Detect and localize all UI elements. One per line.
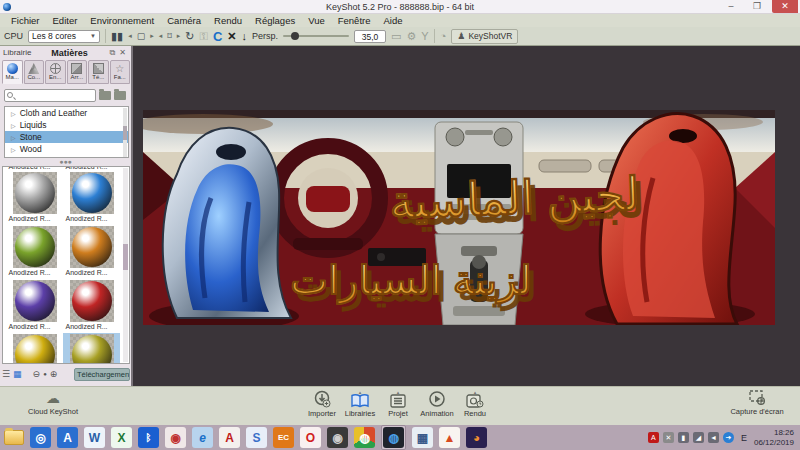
close-button[interactable]: ✕ bbox=[772, 0, 798, 13]
fov-input[interactable]: 35,0 bbox=[354, 30, 386, 43]
menu-vue[interactable]: Vue bbox=[302, 14, 331, 27]
tab-materials[interactable]: Ma... bbox=[2, 60, 23, 84]
perspective-slider-knob[interactable] bbox=[291, 32, 299, 40]
search-input[interactable] bbox=[4, 89, 96, 102]
region-render-icon[interactable]: ▭ bbox=[391, 28, 401, 45]
list-view-icon[interactable]: ☰ bbox=[2, 368, 10, 380]
tree-item-cloth-and-leather[interactable]: ▷ Cloth and Leather bbox=[5, 107, 128, 119]
zoom-in-icon[interactable]: ⊕ bbox=[50, 368, 58, 380]
fullscreen-icon[interactable]: ✕ bbox=[227, 28, 236, 45]
panel-splitter-handle[interactable]: ●●● bbox=[0, 159, 131, 165]
expander-icon[interactable]: ▷ bbox=[11, 122, 16, 129]
word-icon[interactable]: W bbox=[84, 427, 105, 448]
rendered-image[interactable]: لجين الماسية لجين الماسية لزينة السيارات… bbox=[143, 110, 775, 325]
tab-colors[interactable]: Co... bbox=[24, 60, 45, 84]
photo-editor-icon[interactable]: S bbox=[246, 427, 267, 448]
prev-model-icon[interactable]: ◂ bbox=[128, 32, 132, 40]
material-anodized-yellow[interactable]: Anodized R... bbox=[6, 333, 63, 364]
language-indicator[interactable]: E bbox=[738, 433, 750, 443]
tree-scrollbar[interactable] bbox=[123, 108, 127, 158]
chrome-icon[interactable]: ◍ bbox=[354, 427, 375, 448]
material-anodized-silver[interactable]: Anodized R... bbox=[6, 171, 63, 225]
material-anodized-blue[interactable]: Anodized R... bbox=[63, 171, 120, 225]
blue-a-app-icon[interactable]: A bbox=[57, 427, 78, 448]
menu-camera[interactable]: Caméra bbox=[161, 14, 207, 27]
pause-render-icon[interactable]: ▮▮ bbox=[111, 28, 123, 45]
menu-environnement[interactable]: Environnement bbox=[84, 14, 160, 27]
tab-backplates[interactable]: Arr... bbox=[67, 60, 88, 84]
opera-icon[interactable]: O bbox=[300, 427, 321, 448]
menu-fichier[interactable]: Fichier bbox=[5, 14, 46, 27]
capture-tool-icon[interactable]: ◉ bbox=[165, 427, 186, 448]
next-model-icon[interactable]: ▸ bbox=[150, 32, 154, 40]
acrobat-tray-icon[interactable]: A bbox=[648, 432, 659, 443]
material-anodized-green[interactable]: Anodized R... bbox=[6, 225, 63, 279]
internet-explorer-icon[interactable]: e bbox=[192, 427, 213, 448]
undock-icon[interactable]: ⧉ bbox=[108, 48, 118, 58]
network-tray-icon[interactable]: ◢ bbox=[693, 432, 704, 443]
hide-ui-icon[interactable]: ↓ bbox=[242, 28, 248, 45]
cores-select[interactable]: Les 8 cores▼ bbox=[28, 30, 100, 43]
device-error-tray-icon[interactable]: ✕ bbox=[663, 432, 674, 443]
downloads-button[interactable]: Téléchargements bbox=[74, 368, 130, 381]
settings-gear-icon[interactable]: ⚙ bbox=[406, 28, 416, 45]
firefox-icon[interactable]: ◕ bbox=[466, 427, 487, 448]
maximize-button[interactable]: ❐ bbox=[744, 0, 770, 13]
perspective-slider[interactable] bbox=[283, 35, 349, 37]
bluetooth-icon[interactable]: ᛒ bbox=[138, 427, 159, 448]
expander-icon[interactable]: ▷ bbox=[11, 134, 16, 141]
close-panel-icon[interactable]: ✕ bbox=[117, 48, 128, 57]
acrobat-reader-icon[interactable]: A bbox=[219, 427, 240, 448]
tree-item-wood[interactable]: ▷ Wood bbox=[5, 143, 128, 155]
stereo-icon[interactable]: Y bbox=[421, 28, 428, 45]
materials-scrollbar[interactable] bbox=[123, 168, 128, 362]
grid-view-icon[interactable]: ▦ bbox=[13, 368, 22, 380]
update-tray-icon[interactable]: ➔ bbox=[723, 432, 734, 443]
material-anodized-red[interactable]: Anodized R... bbox=[63, 279, 120, 333]
add-folder-icon[interactable] bbox=[114, 91, 126, 100]
keyshot-taskbar-icon[interactable]: ◍ bbox=[383, 427, 404, 448]
import-folder-icon[interactable] bbox=[99, 91, 111, 100]
webcam-app-icon[interactable]: ◎ bbox=[30, 427, 51, 448]
menu-fenetre[interactable]: Fenêtre bbox=[332, 14, 377, 27]
model-set-icon[interactable]: ▢ bbox=[137, 28, 146, 45]
tree-item-liquids[interactable]: ▷ Liquids bbox=[5, 119, 128, 131]
menu-reglages[interactable]: Réglages bbox=[249, 14, 301, 27]
brave-icon[interactable]: ▲ bbox=[439, 427, 460, 448]
help-icon[interactable]: ◔ bbox=[440, 28, 447, 45]
expander-icon[interactable]: ▷ bbox=[11, 110, 16, 117]
menu-editer[interactable]: Editer bbox=[47, 14, 84, 27]
screenshot-button[interactable]: Capture d'écran bbox=[722, 390, 792, 416]
excel-icon[interactable]: X bbox=[111, 427, 132, 448]
thumb-size-dot[interactable]: ● bbox=[43, 368, 47, 380]
tab-textures[interactable]: Té... bbox=[88, 60, 109, 84]
camera-icon[interactable]: ⌑ bbox=[167, 28, 172, 45]
next-camera-icon[interactable]: ▸ bbox=[177, 32, 181, 40]
volume-tray-icon[interactable]: ◄ bbox=[708, 432, 719, 443]
material-anodized-orange[interactable]: Anodized R... bbox=[63, 225, 120, 279]
tab-environments[interactable]: En... bbox=[45, 60, 66, 84]
menu-aide[interactable]: Aide bbox=[378, 14, 409, 27]
expander-icon[interactable]: ▷ bbox=[11, 146, 16, 153]
cloud-keyshot-button[interactable]: ☁ Cloud KeyShot bbox=[18, 390, 88, 416]
keyshotvr-button[interactable]: ♟ KeyShotVR bbox=[451, 29, 518, 44]
minimize-button[interactable]: – bbox=[718, 0, 744, 13]
reset-camera-icon[interactable]: ↻ bbox=[185, 28, 194, 45]
prev-camera-icon[interactable]: ◂ bbox=[159, 32, 163, 40]
tree-item-stone[interactable]: ▷ Stone bbox=[5, 131, 128, 143]
orange-office-app-icon[interactable]: EC bbox=[273, 427, 294, 448]
zoom-out-icon[interactable]: ⊖ bbox=[33, 368, 41, 380]
phone-tray-icon[interactable]: ▮ bbox=[678, 432, 689, 443]
taskbar-clock[interactable]: 18:26 06/12/2019 bbox=[754, 428, 796, 448]
menu-rendu[interactable]: Rendu bbox=[208, 14, 248, 27]
render-viewport[interactable]: لجين الماسية لجين الماسية لزينة السيارات… bbox=[133, 46, 800, 386]
material-anodized-yellow-selected[interactable]: Anodized Y... bbox=[63, 333, 120, 364]
file-explorer-icon[interactable] bbox=[4, 430, 24, 445]
calculator-icon[interactable]: ▦ bbox=[412, 427, 433, 448]
camera-app-icon[interactable]: ◉ bbox=[327, 427, 348, 448]
material-anodized-purple[interactable]: Anodized R... bbox=[6, 279, 63, 333]
dock-rendu[interactable]: ▴ Rendu bbox=[452, 390, 498, 418]
lock-camera-icon[interactable]: ⚿ bbox=[200, 28, 208, 45]
turntable-icon[interactable]: C bbox=[213, 28, 222, 45]
tab-favorites[interactable]: ☆ Fa... bbox=[110, 60, 131, 84]
